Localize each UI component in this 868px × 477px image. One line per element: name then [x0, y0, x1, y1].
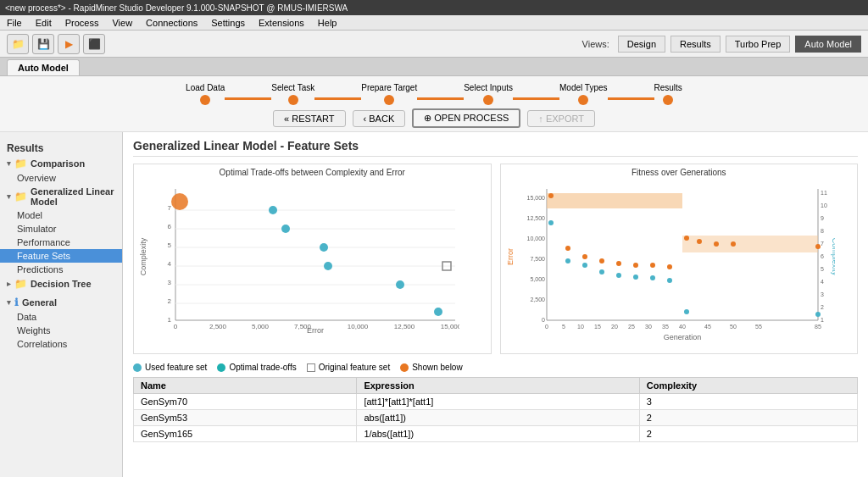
info-icon-general: ℹ [14, 297, 19, 308]
sidebar-item-performance[interactable]: Performance [0, 236, 122, 249]
legend-optimal: Optimal trade-offs [217, 363, 296, 372]
open-process-button[interactable]: ⊕ OPEN PROCESS [412, 108, 520, 128]
chart-fitness: Fitness over Generations Error Complexit… [500, 164, 859, 354]
svg-text:15,000: 15,000 [441, 323, 459, 330]
table-header-name: Name [134, 378, 357, 394]
svg-point-65 [616, 261, 621, 266]
main-panel: Generalized Linear Model - Feature Sets … [123, 132, 868, 477]
legend-dot-shown [400, 363, 409, 372]
menu-view[interactable]: View [108, 17, 136, 29]
sidebar-item-weights[interactable]: Weights [0, 324, 122, 337]
datapoint-teal-2 [281, 225, 290, 233]
chart-tradeoffs: Optimal Trade-offs between Complexity an… [133, 164, 492, 354]
run-button[interactable]: ▶ [58, 34, 80, 54]
datapoint-teal-4 [324, 262, 332, 270]
sidebar-group-decision-tree[interactable]: ▸ 📁 Decision Tree [0, 276, 122, 291]
legend-original: Original feature set [307, 363, 391, 372]
step-load-data: Load Data [186, 83, 225, 105]
svg-point-72 [731, 241, 736, 247]
svg-point-79 [633, 275, 638, 280]
wizard-steps: Load Data Select Task Prepare Target Sel… [186, 83, 682, 105]
legend-dot-optimal [217, 363, 225, 372]
chart1-svg: Complexity Error 1 2 3 4 5 6 7 0 2,500 [137, 180, 459, 350]
sidebar-item-simulator[interactable]: Simulator [0, 222, 122, 236]
table-row[interactable]: GenSym53 abs([att1]) 2 [134, 410, 858, 426]
menu-edit[interactable]: Edit [32, 17, 55, 29]
back-button[interactable]: ‹ BACK [353, 110, 406, 127]
view-turbo-prep[interactable]: Turbo Prep [726, 36, 791, 53]
legend-square-original [307, 363, 315, 372]
tab-auto-model[interactable]: Auto Model [7, 59, 80, 75]
svg-text:5: 5 [562, 324, 565, 330]
svg-text:7: 7 [821, 241, 824, 247]
datapoint-teal-5 [396, 280, 404, 289]
table-row[interactable]: GenSym70 [att1]*[att1]*[att1] 3 [134, 394, 858, 410]
menu-extensions[interactable]: Extensions [255, 17, 308, 29]
menu-connections[interactable]: Connections [142, 17, 201, 29]
sidebar-item-correlations[interactable]: Correlations [0, 337, 122, 351]
open-button[interactable]: 📁 [7, 34, 29, 54]
step-dot-select-inputs [483, 95, 493, 105]
connector-4 [513, 97, 559, 100]
svg-text:3: 3 [168, 279, 172, 286]
export-button[interactable]: ↑ EXPORT [527, 110, 595, 127]
svg-text:25: 25 [628, 324, 635, 330]
svg-text:1: 1 [821, 317, 824, 323]
views-label: Views: [582, 39, 609, 49]
connector-2 [314, 97, 361, 100]
restart-button[interactable]: « RESTART [273, 110, 346, 127]
svg-text:20: 20 [611, 324, 618, 330]
table-cell-name-3: GenSym165 [134, 426, 357, 442]
svg-text:2,500: 2,500 [530, 297, 545, 302]
title-text: <new process*> - RapidMiner Studio Devel… [5, 3, 348, 13]
svg-text:45: 45 [704, 324, 711, 330]
legend: Used feature set Optimal trade-offs Orig… [133, 363, 858, 372]
sidebar-item-feature-sets[interactable]: Feature Sets [0, 249, 122, 263]
sidebar-item-model[interactable]: Model [0, 208, 122, 222]
svg-point-63 [582, 254, 587, 259]
datapoint-orange-1 [171, 193, 188, 210]
sidebar: Results ▾ 📁 Comparison Overview ▾ 📁 Gene… [0, 132, 123, 477]
menu-settings[interactable]: Settings [208, 17, 248, 29]
step-select-inputs: Select Inputs [464, 83, 513, 105]
menu-process[interactable]: Process [62, 17, 103, 29]
view-auto-model[interactable]: Auto Model [795, 36, 861, 53]
svg-point-83 [815, 312, 821, 317]
svg-point-74 [548, 220, 554, 225]
svg-text:Generation: Generation [663, 333, 701, 341]
svg-point-80 [650, 275, 655, 280]
svg-text:35: 35 [662, 324, 669, 330]
sidebar-item-predictions[interactable]: Predictions [0, 263, 122, 276]
stop-button[interactable]: ⬛ [83, 34, 105, 54]
chart1-title: Optimal Trade-offs between Complexity an… [137, 168, 487, 177]
sidebar-item-overview[interactable]: Overview [0, 171, 122, 185]
table-cell-name-1: GenSym70 [134, 394, 357, 410]
legend-dot-used [133, 363, 142, 372]
sidebar-group-comparison[interactable]: ▾ 📁 Comparison [0, 156, 122, 171]
table-row[interactable]: GenSym165 1/abs([att1]) 2 [134, 426, 858, 442]
step-prepare-target: Prepare Target [361, 83, 417, 105]
svg-text:10: 10 [821, 202, 827, 208]
folder-icon-glm: 📁 [14, 191, 27, 202]
wizard-bar: Load Data Select Task Prepare Target Sel… [0, 76, 868, 132]
table-header-expression: Expression [357, 378, 639, 394]
orange-band-2 [682, 236, 818, 252]
view-results[interactable]: Results [670, 36, 721, 53]
svg-text:5: 5 [168, 241, 172, 249]
menu-help[interactable]: Help [314, 17, 341, 29]
legend-shown-below: Shown below [400, 363, 462, 372]
svg-text:4: 4 [821, 279, 824, 285]
chart2-svg: Error Complexity 0 5 10 15 20 25 30 35 4… [504, 180, 835, 350]
save-button[interactable]: 💾 [32, 34, 54, 54]
view-design[interactable]: Design [618, 36, 665, 53]
sidebar-group-glm[interactable]: ▾ 📁 Generalized Linear Model [0, 185, 122, 208]
toolbar-left: 📁 💾 ▶ ⬛ [7, 34, 105, 54]
sidebar-item-data[interactable]: Data [0, 310, 122, 324]
svg-text:Error: Error [506, 248, 515, 265]
svg-point-67 [650, 263, 655, 268]
main-area: Load Data Select Task Prepare Target Sel… [0, 76, 868, 477]
sidebar-group-general[interactable]: ▾ ℹ General [0, 295, 122, 310]
folder-icon-comparison: 📁 [14, 158, 27, 169]
menu-file[interactable]: File [3, 17, 25, 29]
toolbar: 📁 💾 ▶ ⬛ Views: Design Results Turbo Prep… [0, 31, 868, 58]
